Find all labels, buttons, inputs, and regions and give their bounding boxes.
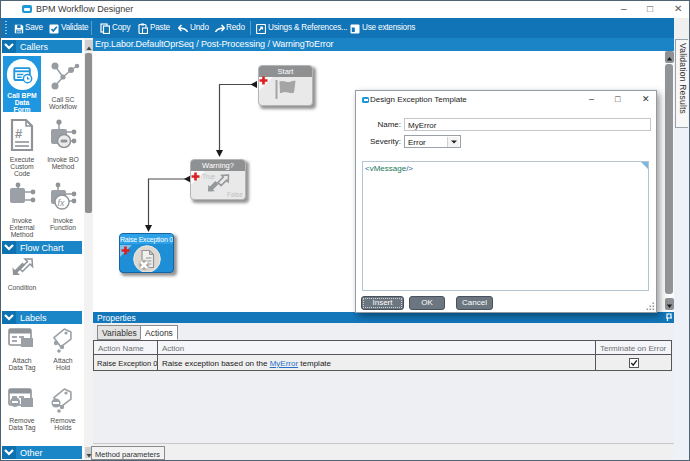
svg-text:fx: fx <box>58 198 66 208</box>
svg-text:#: # <box>15 126 23 141</box>
